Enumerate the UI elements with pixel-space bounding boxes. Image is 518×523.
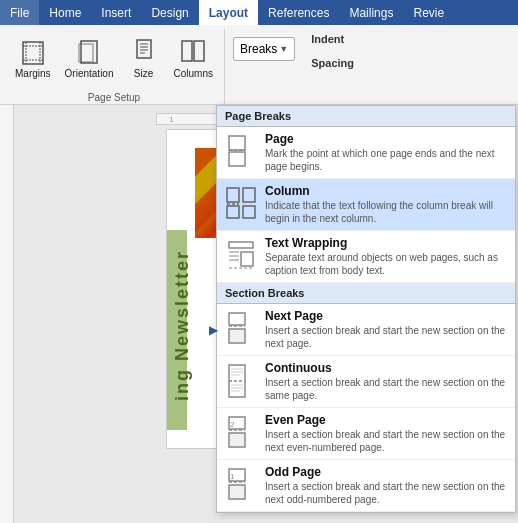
svg-rect-31 (229, 329, 245, 343)
svg-text:1: 1 (230, 472, 235, 481)
breaks-dropdown: Page Breaks Page Mark the point at which… (216, 105, 516, 513)
page-breaks-header: Page Breaks (217, 106, 515, 127)
break-column-desc: Indicate that the text following the col… (265, 199, 507, 225)
svg-rect-14 (229, 136, 245, 150)
page-vertical-text: ing Newsletter (172, 250, 193, 401)
svg-rect-21 (243, 206, 255, 218)
size-label: Size (134, 68, 153, 79)
break-continuous-desc: Insert a section break and start the new… (265, 376, 507, 402)
margins-button[interactable]: Margins (10, 33, 56, 82)
left-ruler (0, 105, 14, 523)
tab-home[interactable]: Home (39, 0, 91, 25)
svg-rect-23 (241, 252, 253, 266)
tab-design[interactable]: Design (141, 0, 198, 25)
columns-icon (177, 36, 209, 68)
break-textwrap-desc: Separate text around objects on web page… (265, 251, 507, 277)
svg-rect-20 (227, 206, 239, 218)
size-button[interactable]: Size (123, 33, 165, 82)
break-textwrap-icon (225, 238, 257, 274)
break-page-text: Page Mark the point at which one page en… (265, 132, 507, 173)
ribbon-controls: Margins Orientation (0, 25, 518, 105)
break-page-desc: Mark the point at which one page ends an… (265, 147, 507, 173)
break-page-title: Page (265, 132, 507, 146)
margins-label: Margins (15, 68, 51, 79)
break-continuous-text: Continuous Insert a section break and st… (265, 361, 507, 402)
break-oddpage-icon: 1 3 (225, 467, 257, 503)
columns-label: Columns (174, 68, 213, 79)
break-continuous-item[interactable]: Continuous Insert a section break and st… (217, 356, 515, 408)
break-oddpage-text: Odd Page Insert a section break and star… (265, 465, 507, 506)
svg-rect-49 (229, 485, 245, 499)
break-evenpage-text: Even Page Insert a section break and sta… (265, 413, 507, 454)
svg-rect-44 (229, 433, 245, 447)
break-column-item[interactable]: Column Indicate that the text following … (217, 179, 515, 231)
break-evenpage-icon: 2 4 (225, 415, 257, 451)
columns-button[interactable]: Columns (169, 33, 218, 82)
page-setup-label: Page Setup (88, 92, 140, 105)
margins-icon (17, 36, 49, 68)
main-area: 1 ing Newsletter Page Breaks Page Mark t… (0, 105, 518, 523)
break-textwrap-title: Text Wrapping (265, 236, 507, 250)
size-icon (128, 36, 160, 68)
svg-rect-16 (229, 152, 245, 166)
tab-file[interactable]: File (0, 0, 39, 25)
break-column-title: Column (265, 184, 507, 198)
page-setup-group: Margins Orientation (4, 29, 225, 105)
tab-mailings[interactable]: Mailings (339, 0, 403, 25)
breaks-arrow-icon: ▼ (279, 44, 288, 54)
break-nextpage-desc: Insert a section break and start the new… (265, 324, 507, 350)
breaks-label: Breaks (240, 42, 277, 56)
break-nextpage-icon: 2 (225, 311, 257, 347)
break-nextpage-title: Next Page (265, 309, 507, 323)
orientation-label: Orientation (65, 68, 114, 79)
svg-rect-28 (229, 313, 245, 325)
section-breaks-header: Section Breaks (217, 283, 515, 304)
break-evenpage-desc: Insert a section break and start the new… (265, 428, 507, 454)
break-page-item[interactable]: Page Mark the point at which one page en… (217, 127, 515, 179)
orientation-icon (73, 36, 105, 68)
svg-rect-13 (194, 41, 204, 61)
break-evenpage-title: Even Page (265, 413, 507, 427)
break-oddpage-desc: Insert a section break and start the new… (265, 480, 507, 506)
ribbon-tabs: File Home Insert Design Layout Reference… (0, 0, 518, 25)
break-textwrap-item[interactable]: Text Wrapping Separate text around objec… (217, 231, 515, 283)
svg-rect-7 (137, 40, 151, 58)
break-nextpage-item[interactable]: ▶ 2 Next Page Insert a section break and… (217, 304, 515, 356)
break-nextpage-text: Next Page Insert a section break and sta… (265, 309, 507, 350)
break-page-icon (225, 134, 257, 170)
break-oddpage-item[interactable]: 1 3 Odd Page Insert a section break and … (217, 460, 515, 512)
tab-layout[interactable]: Layout (199, 0, 258, 25)
svg-text:2: 2 (230, 420, 235, 429)
break-evenpage-item[interactable]: 2 4 Even Page Insert a section break and… (217, 408, 515, 460)
spacing-heading: Spacing (311, 57, 354, 69)
svg-rect-12 (182, 41, 192, 61)
indent-heading: Indent (311, 33, 354, 45)
breaks-button[interactable]: Breaks ▼ (233, 37, 295, 61)
break-textwrap-text: Text Wrapping Separate text around objec… (265, 236, 507, 277)
tab-insert[interactable]: Insert (91, 0, 141, 25)
tab-review[interactable]: Revie (403, 0, 454, 25)
break-column-text: Column Indicate that the text following … (265, 184, 507, 225)
orientation-button[interactable]: Orientation (60, 33, 119, 82)
break-oddpage-title: Odd Page (265, 465, 507, 479)
break-continuous-icon (225, 363, 257, 399)
svg-rect-22 (229, 242, 253, 248)
break-column-icon (225, 186, 257, 222)
tab-references[interactable]: References (258, 0, 339, 25)
break-continuous-title: Continuous (265, 361, 507, 375)
page-setup-buttons: Margins Orientation (10, 33, 218, 82)
svg-rect-18 (243, 188, 255, 202)
next-page-arrow-icon: ▶ (209, 323, 218, 337)
svg-rect-17 (227, 188, 239, 202)
